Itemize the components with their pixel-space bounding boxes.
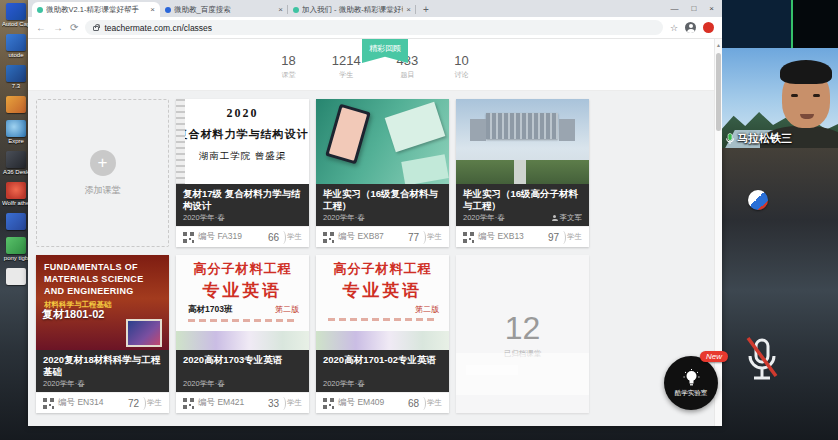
add-class-card[interactable]: + 添加课堂	[36, 99, 169, 247]
card-footer: 编号 EXB87 77学生	[316, 226, 449, 247]
stat-value: 1214	[332, 53, 361, 68]
card-term: 2020学年·春	[43, 379, 85, 389]
scrollbar-up-arrow[interactable]: ▲	[715, 39, 722, 48]
qr-code-icon[interactable]	[323, 398, 334, 409]
back-button[interactable]: ←	[36, 23, 46, 33]
course-card-fa319[interactable]: 2020 复合材料力学与结构设计 湖南工学院 曾盛渠 复材17级 复合材料力学与…	[176, 99, 309, 247]
tab-title: 加入我们 - 微助教-精彩课堂好帮	[302, 5, 403, 15]
course-card-em421[interactable]: 高分子材料工程 专业英语 高材1703班 第二版 2020高材1703专业英语 …	[176, 255, 309, 413]
qr-code-icon[interactable]	[463, 232, 474, 243]
desktop-icon[interactable]: Autod Cap 2	[2, 3, 30, 28]
minimize-button[interactable]: —	[670, 4, 678, 13]
bookmark-star-icon[interactable]: ☆	[670, 23, 678, 33]
stat-label: 课堂	[281, 70, 295, 80]
card-title: 毕业实习（16级高分子材料与工程）	[463, 188, 582, 213]
add-class-label: 添加课堂	[85, 184, 121, 197]
qr-code-icon[interactable]	[183, 232, 194, 243]
card-title: 复材17级 复合材料力学与结构设计	[183, 188, 302, 213]
course-card-em409[interactable]: 高分子材料工程 专业英语 第二版 2020高材1701-02专业英语 2020学…	[316, 255, 449, 413]
app-shortcut-icon	[6, 237, 26, 254]
arc-divider	[420, 397, 426, 410]
envelope-shape	[401, 154, 448, 184]
arc-divider	[420, 231, 426, 244]
mic-active-icon	[725, 133, 735, 145]
archived-classes-card[interactable]: 12 已归档课堂	[456, 255, 589, 413]
desktop-icon[interactable]: A36 Desk	[2, 151, 30, 176]
floating-app-icon[interactable]	[748, 190, 768, 210]
new-tab-button[interactable]: +	[416, 4, 436, 17]
card-students: 66学生	[268, 231, 302, 244]
card-term: 2020学年·春	[183, 213, 225, 223]
card-cover	[316, 99, 449, 184]
cover-photo-strip	[176, 331, 309, 350]
desktop-icon[interactable]: pony tigb	[2, 237, 30, 262]
card-term: 2020学年·春	[323, 379, 365, 389]
card-code: 编号 FA319	[198, 231, 242, 243]
card-students: 68学生	[408, 397, 442, 410]
close-window-button[interactable]: ×	[709, 4, 714, 13]
teachermate-favicon	[293, 7, 299, 13]
card-cover: FUNDAMENTALS OF MATERIALS SCIENCE AND EN…	[36, 255, 169, 350]
address-bar[interactable]: teachermate.com.cn/classes	[85, 20, 663, 35]
tab-close-icon[interactable]: ×	[406, 5, 411, 14]
desktop-icon-label: Expre	[2, 138, 30, 145]
card-students: 33学生	[268, 397, 302, 410]
course-card-exb87[interactable]: 毕业实习（16级复合材料与工程） 2020学年·春 编号 EXB87 77学生	[316, 99, 449, 247]
card-footer: 编号 FA319 66学生	[176, 226, 309, 247]
browser-tab-baidu-search[interactable]: 微助教_百度搜索 ×	[160, 2, 288, 17]
desktop-icon[interactable]	[2, 213, 30, 231]
archived-count: 12	[505, 310, 541, 347]
teachermate-favicon	[37, 7, 43, 13]
desktop-icon[interactable]: Wolfr athem	[2, 182, 30, 207]
stat-students: 1214 学生	[332, 53, 361, 90]
browser-window: 微助教V2.1-精彩课堂好帮手 × 微助教_百度搜索 × 加入我们 - 微助教-…	[28, 0, 722, 426]
desktop-icon[interactable]	[2, 96, 30, 114]
profile-avatar-icon[interactable]	[685, 22, 696, 33]
refresh-button[interactable]: ⟳	[70, 23, 78, 33]
qr-code-icon[interactable]	[183, 398, 194, 409]
webcam-tile[interactable]: 马拉松铁三	[722, 48, 838, 148]
card-cover: 2020 复合材料力学与结构设计 湖南工学院 曾盛渠	[176, 99, 309, 184]
maximize-button[interactable]: □	[691, 4, 696, 13]
envelope-shape	[385, 102, 446, 152]
page-content: 精彩回顾 18 课堂 1214 学生 433 题目 10 讨论 +	[28, 39, 722, 426]
browser-tab-join-us[interactable]: 加入我们 - 微助教-精彩课堂好帮 ×	[288, 2, 416, 17]
tab-bar: 微助教V2.1-精彩课堂好帮手 × 微助教_百度搜索 × 加入我们 - 微助教-…	[28, 0, 722, 17]
card-cover: 高分子材料工程 专业英语 第二版	[316, 255, 449, 350]
cool-lab-label: 酷学实验室	[675, 389, 708, 398]
desktop-icon[interactable]	[2, 268, 30, 286]
update-notification-icon[interactable]	[703, 22, 714, 33]
course-card-en314[interactable]: FUNDAMENTALS OF MATERIALS SCIENCE AND EN…	[36, 255, 169, 413]
microphone-muted-icon[interactable]	[742, 336, 782, 388]
plus-icon: +	[90, 150, 116, 176]
class-code-overlay: 复材1801-02	[42, 307, 104, 322]
cool-lab-floating-button[interactable]: 酷学实验室	[664, 356, 718, 410]
stat-label: 讨论	[454, 70, 468, 80]
stat-label: 题目	[397, 70, 419, 80]
qr-code-icon[interactable]	[43, 398, 54, 409]
building-shape	[486, 113, 558, 139]
participant-name: 马拉松铁三	[737, 131, 792, 146]
browser-toolbar: ← → ⟳ teachermate.com.cn/classes ☆	[28, 17, 722, 39]
call-window-header	[722, 0, 838, 48]
app-shortcut-icon	[6, 65, 26, 82]
qr-code-icon[interactable]	[323, 232, 334, 243]
scrollbar-thumb[interactable]	[716, 53, 721, 131]
desktop-icon[interactable]: 7.3	[2, 65, 30, 90]
tab-close-icon[interactable]: ×	[278, 5, 283, 14]
app-shortcut-icon	[6, 120, 26, 137]
forward-button[interactable]: →	[53, 23, 63, 33]
new-badge: New	[700, 351, 728, 362]
desktop-icon[interactable]: Expre	[2, 120, 30, 145]
card-titlebar: 2020高材1701-02专业英语 2020学年·春	[316, 350, 449, 392]
scrollbar[interactable]: ▲	[714, 39, 722, 426]
tab-close-icon[interactable]: ×	[150, 5, 155, 14]
browser-tab-teachermate[interactable]: 微助教V2.1-精彩课堂好帮手 ×	[32, 2, 160, 17]
cover-photo-strip	[316, 331, 449, 350]
course-card-grid-area: + 添加课堂 2020 复合材料力学与结构设计 湖南工学院 曾盛渠 复材17级 …	[28, 91, 722, 426]
desktop-icon[interactable]: utode	[2, 34, 30, 59]
course-card-exb13[interactable]: 毕业实习（16级高分子材料与工程） 2020学年·春 李文军 编号 EXB13 …	[456, 99, 589, 247]
arc-divider	[280, 397, 286, 410]
app-shortcut-icon	[6, 268, 26, 285]
desktop-icon-column: Autod Cap 2 utode 7.3 Expre A36 Desk Wol…	[0, 0, 30, 440]
